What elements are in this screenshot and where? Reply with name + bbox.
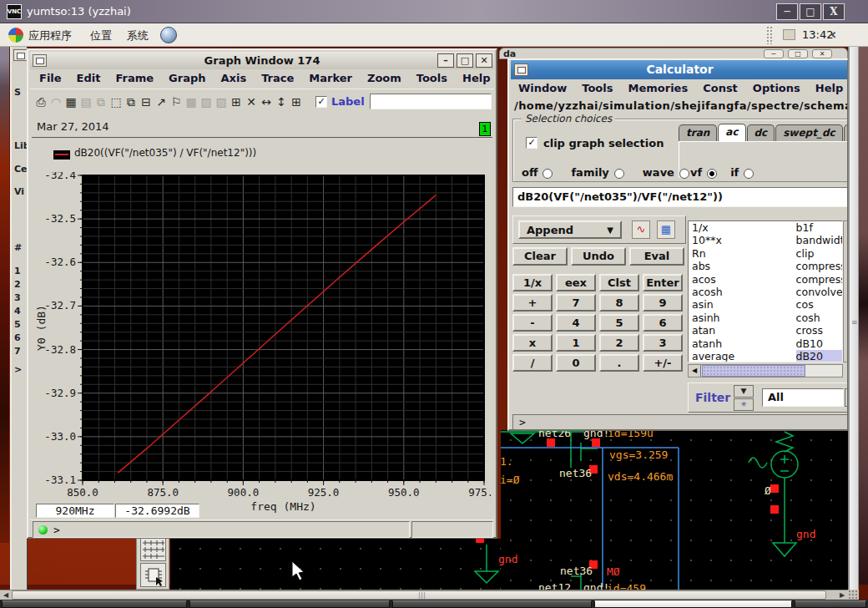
signal-vf[interactable]: vf [690, 166, 717, 179]
maximize-icon[interactable]: □ [788, 49, 808, 58]
clip-graph-selection-checkbox[interactable]: ✓ [526, 137, 537, 149]
function-item[interactable]: 1/x [689, 221, 796, 234]
taskbar-button[interactable] [392, 600, 592, 608]
places-menu[interactable]: 位置 [90, 28, 112, 43]
filter-wildcard-icon[interactable]: ✳ [734, 398, 754, 411]
function-item[interactable]: dB10 [796, 337, 842, 350]
function-item[interactable]: average [689, 350, 796, 362]
graph-menu-help[interactable]: Help [455, 70, 497, 86]
taskbar-button[interactable] [189, 600, 390, 608]
browser-icon[interactable] [160, 27, 177, 43]
window-menu-icon[interactable] [514, 63, 528, 76]
function-item[interactable]: convolve [796, 286, 842, 298]
zoom-box-icon[interactable]: ⊞ [289, 93, 304, 111]
mode-family[interactable]: family [571, 166, 623, 179]
function-item[interactable]: atan [689, 324, 796, 337]
mode-off[interactable]: off [522, 166, 553, 179]
calc-menu-help[interactable]: Help [808, 80, 849, 96]
pop-out-icon[interactable]: ↗ [154, 93, 169, 111]
function-item[interactable]: bandwidth [796, 234, 842, 246]
results-directory-path[interactable]: /home/yzzhai/simulation/shejifangfa/spec… [514, 99, 849, 112]
marker-icon[interactable]: ⚐ [169, 93, 184, 111]
plot-area[interactable]: 850.0875.0900.0925.0950.0975.0-32.4-32.5… [33, 172, 491, 516]
trace-legend-label[interactable]: dB20((VF("/net035") / VF("/net12"))) [74, 147, 256, 159]
vnc-titlebar[interactable]: VNC yumtso:13 (yzzhai) ─ □ X [0, 0, 868, 23]
eval-button[interactable]: Eval [629, 247, 684, 266]
zoom-x-icon[interactable]: ↔ [259, 93, 274, 111]
graph-menu-edit[interactable]: Edit [69, 70, 108, 86]
device-array-icon[interactable] [140, 537, 166, 561]
radio-icon[interactable] [679, 169, 689, 179]
calc-menu-options[interactable]: Options [745, 80, 808, 96]
function-item[interactable]: dB20 [796, 350, 842, 362]
panel-drag-handle[interactable] [766, 26, 773, 44]
key-9[interactable]: 9 [643, 294, 683, 312]
calculator-icon[interactable]: ⊞ [229, 93, 244, 111]
key-.[interactable]: . [599, 354, 639, 372]
graph-menu-trace[interactable]: Trace [254, 70, 301, 86]
marker-freq-readout[interactable]: 920MHz [36, 504, 114, 518]
maximize-icon[interactable]: □ [457, 53, 473, 68]
function-item[interactable]: asinh [689, 312, 796, 324]
key-+/-[interactable]: +/- [643, 354, 683, 372]
calculator-prompt[interactable]: > [519, 416, 526, 428]
panel-collapse-icon[interactable]: ‹ [830, 25, 836, 43]
function-item[interactable]: abs [689, 260, 796, 272]
function-item[interactable]: acos [689, 273, 796, 286]
panel-clock[interactable]: 13:42 [802, 28, 833, 41]
calculator-titlebar[interactable]: Calculator [511, 60, 849, 79]
clear-button[interactable]: Clear [512, 247, 568, 266]
vscroll-thumb[interactable]: ≡ [849, 42, 859, 601]
subwindow-icon[interactable]: ⧉ [124, 93, 139, 111]
minimize-icon[interactable]: ─ [776, 3, 798, 20]
radio-icon[interactable] [542, 169, 553, 179]
label-input[interactable] [370, 94, 492, 109]
marker-value-readout[interactable]: -32.6992dB [115, 504, 199, 518]
taskbar-button-active[interactable] [594, 600, 792, 608]
zoom-y-icon[interactable]: ↕ [274, 93, 289, 111]
table-icon[interactable]: ▦ [184, 93, 199, 111]
graph-menu-frame[interactable]: Frame [108, 70, 161, 86]
graph-menu-marker[interactable]: Marker [301, 70, 360, 86]
function-item[interactable]: Rn [689, 247, 796, 260]
graph-window-titlebar[interactable]: Graph Window 174 – □ ✕ [30, 52, 494, 69]
applications-menu[interactable]: 应用程序 [28, 28, 72, 43]
tab-tran[interactable]: tran [679, 124, 717, 141]
function-item[interactable]: cosh [796, 312, 842, 324]
hscroll-thumb[interactable] [702, 365, 805, 377]
overlay-icon[interactable]: ⊟ [139, 93, 154, 111]
append-dropdown[interactable]: Append ▼ [518, 220, 622, 239]
label-checkbox[interactable]: ✓ [315, 96, 327, 108]
calc-menu-const[interactable]: Const [695, 80, 745, 96]
key-Enter[interactable]: Enter [643, 274, 683, 291]
function-item[interactable]: compressi [796, 260, 842, 272]
key-3[interactable]: 3 [643, 334, 683, 352]
key-1[interactable]: 1 [556, 334, 596, 352]
chip-icon[interactable] [140, 563, 166, 587]
waveform-b-icon[interactable]: ▨ [214, 93, 229, 111]
minimize-icon[interactable]: ─ [764, 49, 784, 58]
function-item[interactable]: cos [796, 298, 842, 311]
desktop-vscrollbar[interactable]: ▲ ≡ [848, 27, 859, 600]
key-eex[interactable]: eex [556, 274, 596, 291]
function-item[interactable]: 10**x [689, 234, 796, 246]
calc-menu-memories[interactable]: Memories [621, 80, 696, 96]
copy-window-icon[interactable]: ⧉ [93, 93, 108, 111]
plot-expression-icon[interactable]: ∿ [632, 220, 650, 239]
system-menu[interactable]: 系统 [127, 28, 149, 43]
key-Clst[interactable]: Clst [599, 274, 639, 291]
graph-menu-file[interactable]: File [32, 70, 69, 86]
select-region-icon[interactable]: ⬚ [108, 93, 124, 111]
key-/[interactable]: / [512, 354, 553, 372]
key-6[interactable]: 6 [643, 314, 683, 332]
filter-up-icon[interactable]: ▼ [734, 385, 754, 398]
redraw-icon[interactable]: ◠ [48, 93, 63, 111]
table-view-icon[interactable]: ▦ [657, 220, 675, 239]
radio-icon[interactable] [707, 169, 717, 179]
hscroll-thumb[interactable]: ||| [12, 590, 826, 600]
graph-menu-axis[interactable]: Axis [214, 70, 255, 86]
key-0[interactable]: 0 [556, 354, 596, 372]
function-list-hscrollbar[interactable]: ◀ [688, 364, 843, 377]
scroll-left-icon[interactable]: ◀ [689, 365, 701, 377]
key-1/x[interactable]: 1/x [512, 274, 553, 291]
